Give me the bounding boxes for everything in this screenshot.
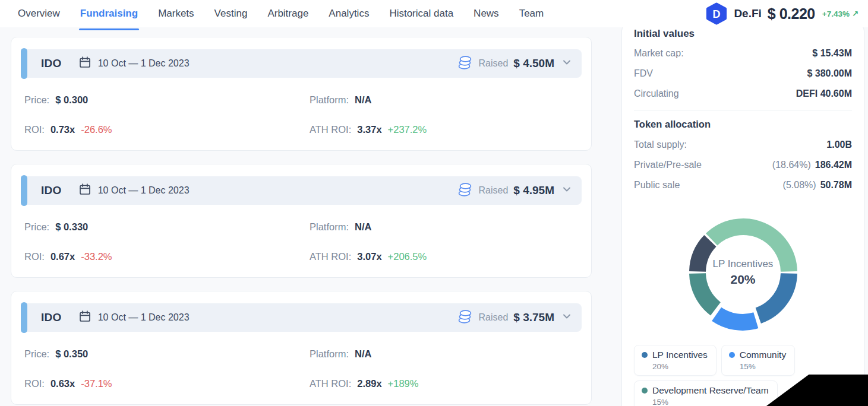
- donut-segment-unlabeled-green[interactable]: [711, 227, 788, 271]
- tab-overview[interactable]: Overview: [18, 1, 60, 27]
- token-allocation-donut-chart[interactable]: LP Incentives 20%: [654, 213, 832, 332]
- ath-roi-field: ATH ROI:3.37x+237.2%: [301, 124, 591, 135]
- tab-news[interactable]: News: [474, 1, 499, 27]
- ath-roi-field: ATH ROI:3.07x+206.5%: [301, 251, 591, 262]
- token-change-value: +7.43%: [822, 9, 850, 18]
- legend-item-community[interactable]: Community 15%: [721, 345, 795, 376]
- tab-fundraising[interactable]: Fundraising: [80, 1, 138, 27]
- tab-vesting[interactable]: Vesting: [214, 1, 248, 27]
- price-field: Price:$ 0.350: [11, 348, 301, 360]
- legend-label: Community: [740, 350, 786, 360]
- price-field: Price:$ 0.330: [11, 221, 301, 233]
- public-sale-pct: (5.08%): [783, 180, 816, 191]
- tab-markets[interactable]: Markets: [158, 1, 194, 27]
- tab-historical-data[interactable]: Historical data: [389, 1, 453, 27]
- ido-card-2-header[interactable]: IDO 10 Oct — 1 Dec 2023 Raised $ 4.95M: [21, 176, 582, 205]
- price-label: Price:: [24, 221, 49, 233]
- divider: [634, 110, 852, 110]
- market-cap-value: $ 15.43M: [812, 48, 852, 59]
- price-platform-row: Price:$ 0.330 Platform:N/A: [11, 212, 591, 242]
- legend-item-lp-incentives[interactable]: LP Incentives 20%: [634, 345, 717, 376]
- raised-amount: $ 3.75M: [513, 311, 554, 324]
- public-sale-row: Public sale (5.08%)50.78M: [634, 175, 852, 195]
- price-label: Price:: [24, 94, 49, 106]
- coins-icon: [457, 182, 473, 199]
- ido-card-1-body: Price:$ 0.300 Platform:N/A ROI:0.73x-26.…: [11, 78, 591, 150]
- raised-label: Raised: [479, 185, 509, 196]
- raised-amount: $ 4.95M: [513, 184, 554, 197]
- legend-label: LP Incentives: [652, 350, 708, 360]
- tab-team[interactable]: Team: [519, 1, 544, 27]
- svg-text:D: D: [713, 8, 721, 20]
- ido-card-1-header[interactable]: IDO 10 Oct — 1 Dec 2023 Raised $ 4.50M: [21, 49, 582, 78]
- total-supply-value: 1.00B: [826, 139, 852, 150]
- tab-analytics[interactable]: Analytics: [329, 1, 369, 27]
- up-right-arrow-icon: ↗: [852, 9, 858, 18]
- raised-label: Raised: [479, 58, 509, 69]
- chevron-down-icon[interactable]: [561, 57, 572, 70]
- total-supply-row: Total supply: 1.00B: [634, 135, 852, 155]
- coins-icon: [457, 309, 473, 326]
- ido-card-3-body: Price:$ 0.350 Platform:N/A ROI:0.63x-37.…: [11, 332, 591, 404]
- raised-label: Raised: [479, 312, 509, 323]
- fdv-label: FDV: [634, 68, 653, 79]
- total-supply-values: 1.00B: [822, 139, 852, 150]
- platform-field: Platform:N/A: [301, 94, 591, 106]
- accent-bar: [21, 48, 27, 79]
- platform-field: Platform:N/A: [301, 221, 591, 233]
- roi-value: 0.73x: [50, 124, 75, 135]
- roi-row: ROI:0.67x-33.2% ATH ROI:3.07x+206.5%: [11, 242, 591, 271]
- ido-card-1: IDO 10 Oct — 1 Dec 2023 Raised $ 4.50M P…: [11, 37, 592, 151]
- ath-roi-change: +237.2%: [388, 124, 427, 135]
- roi-row: ROI:0.63x-37.1% ATH ROI:2.89x+189%: [11, 369, 591, 398]
- price-field: Price:$ 0.300: [11, 94, 301, 106]
- legend-item-development-reserve-team[interactable]: Development Reserve/Team 15%: [634, 380, 778, 406]
- nav-tabs: Overview Fundraising Markets Vesting Arb…: [18, 1, 544, 27]
- token-change: +7.43% ↗: [822, 9, 858, 18]
- ido-card-2-body: Price:$ 0.330 Platform:N/A ROI:0.67x-33.…: [11, 205, 591, 277]
- price-value: $ 0.330: [55, 221, 88, 233]
- donut-segment-development-reserve[interactable]: [697, 274, 715, 309]
- ido-card-3-header[interactable]: IDO 10 Oct — 1 Dec 2023 Raised $ 3.75M: [21, 303, 582, 332]
- price-platform-row: Price:$ 0.350 Platform:N/A: [11, 339, 591, 369]
- donut-segment-lp-incentives[interactable]: [758, 274, 789, 316]
- ath-roi-label: ATH ROI:: [310, 124, 351, 135]
- ath-roi-change: +206.5%: [388, 251, 427, 262]
- raised-amount: $ 4.50M: [513, 57, 554, 70]
- ath-roi-change: +189%: [388, 378, 419, 389]
- roi-row: ROI:0.73x-26.6% ATH ROI:3.37x+237.2%: [11, 115, 591, 144]
- circulating-label: Circulating: [634, 88, 679, 99]
- platform-label: Platform:: [310, 348, 349, 360]
- tab-arbitrage[interactable]: Arbitrage: [267, 1, 308, 27]
- round-type-label: IDO: [41, 184, 62, 197]
- chevron-down-icon[interactable]: [561, 184, 572, 197]
- donut-segment-unlabeled-navy[interactable]: [697, 241, 710, 272]
- ath-roi-label: ATH ROI:: [310, 378, 351, 389]
- ath-roi-value: 2.89x: [357, 378, 381, 389]
- private-presale-row: Private/Pre-sale (18.64%)186.42M: [634, 155, 852, 175]
- legend-percent: 15%: [652, 398, 769, 406]
- donut-segment-community-exploded[interactable]: [717, 314, 756, 322]
- token-name: De.Fi: [734, 7, 761, 20]
- legend-label: Development Reserve/Team: [652, 385, 769, 396]
- private-presale-value: 186.42M: [815, 160, 852, 170]
- tab-fundraising-label: Fundraising: [80, 8, 138, 19]
- top-navigation: Overview Fundraising Markets Vesting Arb…: [0, 0, 868, 27]
- private-presale-label: Private/Pre-sale: [634, 160, 702, 170]
- legend-dot: [642, 388, 648, 394]
- platform-label: Platform:: [310, 221, 349, 233]
- round-type-label: IDO: [41, 311, 62, 324]
- ath-roi-field: ATH ROI:2.89x+189%: [301, 378, 591, 389]
- ath-roi-value: 3.37x: [357, 124, 381, 135]
- legend-percent: 20%: [652, 362, 708, 371]
- chevron-down-icon[interactable]: [561, 311, 572, 324]
- token-price: $ 0.220: [768, 5, 815, 23]
- fundraising-rounds-list: IDO 10 Oct — 1 Dec 2023 Raised $ 4.50M P…: [11, 37, 592, 406]
- roi-change: -33.2%: [81, 251, 112, 262]
- roi-change: -26.6%: [81, 124, 112, 135]
- platform-value: N/A: [355, 221, 371, 233]
- market-cap-row: Market cap: $ 15.43M: [634, 43, 852, 64]
- roi-value: 0.67x: [50, 251, 75, 262]
- circulating-row: Circulating DEFI 40.60M: [634, 84, 852, 104]
- price-value: $ 0.350: [55, 348, 88, 360]
